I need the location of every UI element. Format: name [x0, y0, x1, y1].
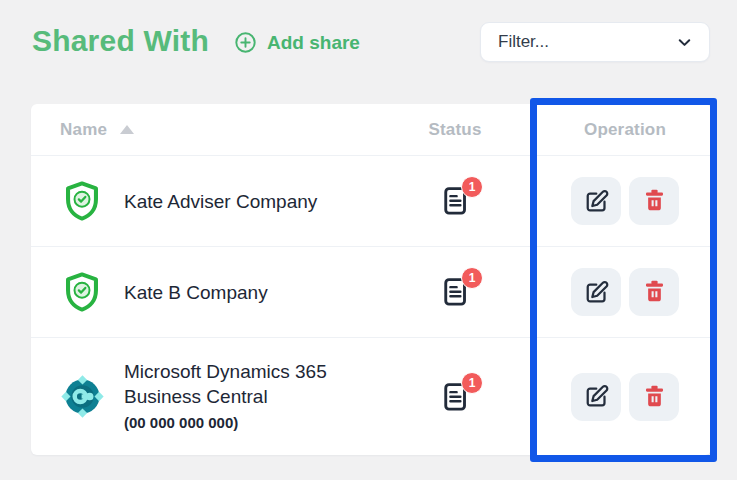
operation-cell [515, 373, 711, 421]
status-cell: 1 [395, 381, 515, 413]
add-share-button[interactable]: Add share [234, 31, 360, 54]
edit-pencil-icon [583, 279, 610, 306]
column-header-status[interactable]: Status [395, 120, 515, 140]
trash-icon [642, 279, 667, 305]
column-header-name-label: Name [60, 120, 107, 140]
delete-button[interactable] [629, 268, 679, 316]
trash-icon [642, 384, 667, 410]
filter-dropdown[interactable]: Filter... [480, 22, 710, 62]
column-header-name[interactable]: Name [31, 120, 395, 140]
edit-button[interactable] [571, 177, 621, 225]
status-count-badge: 1 [461, 372, 483, 394]
shield-check-icon [60, 270, 104, 314]
status-count-badge: 1 [461, 176, 483, 198]
document-status-icon[interactable]: 1 [440, 185, 470, 217]
company-name: Kate Adviser Company [124, 189, 317, 214]
table-row: Microsoft Dynamics 365 Business Central … [31, 338, 711, 455]
table-row: Kate B Company 1 [31, 247, 711, 338]
company-name: Kate B Company [124, 280, 268, 305]
name-cell: Microsoft Dynamics 365 Business Central … [31, 359, 395, 435]
column-header-status-label: Status [428, 120, 481, 140]
chevron-down-icon [675, 33, 694, 52]
filter-dropdown-value: Filter... [498, 32, 549, 52]
dynamics-365-business-central-icon [60, 375, 104, 419]
status-cell: 1 [395, 185, 515, 217]
table-row: Kate Adviser Company 1 [31, 156, 711, 247]
edit-button[interactable] [571, 373, 621, 421]
operation-cell [515, 177, 711, 225]
column-header-operation: Operation [515, 120, 711, 140]
plus-circle-icon [234, 31, 257, 54]
status-cell: 1 [395, 276, 515, 308]
edit-button[interactable] [571, 268, 621, 316]
company-name-block: Microsoft Dynamics 365 Business Central … [124, 359, 374, 435]
trash-icon [642, 188, 667, 214]
company-name: Microsoft Dynamics 365 Business Central [124, 361, 327, 407]
sort-ascending-icon [120, 125, 134, 134]
delete-button[interactable] [629, 373, 679, 421]
document-status-icon[interactable]: 1 [440, 381, 470, 413]
edit-pencil-icon [583, 383, 610, 410]
delete-button[interactable] [629, 177, 679, 225]
page-title: Shared With [32, 24, 209, 58]
shield-check-icon [60, 179, 104, 223]
operation-cell [515, 268, 711, 316]
column-header-operation-label: Operation [584, 120, 666, 140]
shared-with-table: Name Status Operation Kate Adv [31, 104, 711, 455]
company-phone: (00 000 000 000) [124, 410, 374, 435]
document-status-icon[interactable]: 1 [440, 276, 470, 308]
shared-with-page: Shared With Add share Filter... Name St [0, 0, 737, 480]
name-cell: Kate Adviser Company [31, 179, 395, 223]
edit-pencil-icon [583, 188, 610, 215]
name-cell: Kate B Company [31, 270, 395, 314]
table-header-row: Name Status Operation [31, 104, 711, 156]
add-share-label: Add share [267, 32, 360, 54]
status-count-badge: 1 [461, 267, 483, 289]
